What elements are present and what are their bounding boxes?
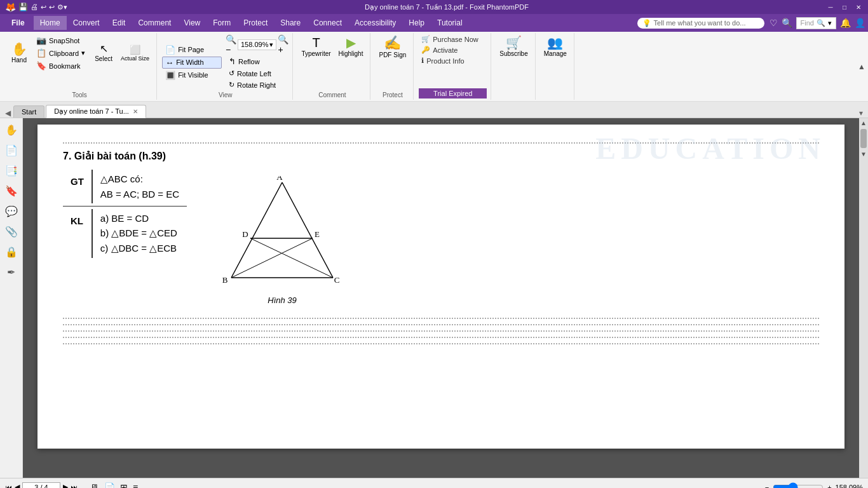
- hand-select-row: ✋ Hand 📷 SnapShot 📋 Clipboard ▾ 🔖 Bookma…: [6, 34, 153, 72]
- rotate-left-btn[interactable]: ↺ Rotate Left: [226, 68, 275, 79]
- tutorial-menu[interactable]: Tutorial: [431, 16, 469, 30]
- select-tool-btn[interactable]: ↖ Select: [91, 42, 116, 64]
- subscribe-btn[interactable]: 🛒 Subscribe: [496, 34, 531, 59]
- sidebar-bookmarks-btn[interactable]: 📑: [3, 161, 20, 179]
- highlight-btn[interactable]: ▶ Highlight: [336, 34, 367, 59]
- reflow-btn[interactable]: ↰ Reflow: [226, 55, 288, 67]
- fit-width-btn[interactable]: ↔ Fit Width: [162, 57, 222, 69]
- clipboard-dropdown[interactable]: ▾: [81, 49, 85, 57]
- nav-first-btn[interactable]: ⏮: [5, 484, 12, 489]
- fit-page-btn[interactable]: 📄 Fit Page: [162, 44, 222, 56]
- gt-label: GT: [63, 170, 92, 203]
- select-group-col: 📷 SnapShot 📋 Clipboard ▾ 🔖 Bookmark: [33, 34, 88, 72]
- nav-next-btn[interactable]: ▶: [63, 483, 68, 488]
- connect-menu[interactable]: Connect: [307, 16, 348, 30]
- view-row: 📄 Fit Page ↔ Fit Width 🔳 Fit Visible 🔍− …: [162, 34, 288, 90]
- find-dropdown-icon[interactable]: ▾: [828, 19, 832, 27]
- view-grid-btn[interactable]: ⊞: [120, 482, 128, 489]
- pdf-sign-icon: ✍: [384, 36, 401, 50]
- accessibility-menu[interactable]: Accessibility: [348, 16, 402, 30]
- find-box[interactable]: Find 🔍 ▾: [796, 17, 836, 29]
- tab-document[interactable]: Dạy online toán 7 - Tu... ✕: [46, 105, 146, 118]
- main-area: ✋ 📄 📑 🔖 💬 📎 🔒 ✒ EDUCATION 7. Giải bài to…: [0, 118, 868, 478]
- view-page-btn[interactable]: 📄: [104, 482, 115, 489]
- edit-menu[interactable]: Edit: [106, 16, 132, 30]
- svg-line-1: [282, 182, 333, 278]
- comment-group: T Typewriter ▶ Highlight Comment: [294, 33, 370, 100]
- protect-menu[interactable]: Protect: [237, 16, 274, 30]
- purchase-now-btn[interactable]: 🛒 Purchase Now: [419, 34, 487, 44]
- scroll-up-arrow[interactable]: ▲: [859, 118, 868, 128]
- conclusion-c: c) △DBC = △ECB: [100, 243, 179, 254]
- undo-btn[interactable]: ↩: [41, 3, 46, 11]
- share-menu[interactable]: Share: [274, 16, 307, 30]
- convert-menu[interactable]: Convert: [67, 16, 106, 30]
- ribbon-collapse-btn[interactable]: ▲: [858, 62, 865, 71]
- pdf-sign-btn[interactable]: ✍ PDF Sign: [376, 34, 409, 60]
- sidebar-security-btn[interactable]: 🔒: [3, 243, 20, 261]
- app-icon: 🦊: [5, 2, 16, 12]
- zoom-out-status-btn[interactable]: −: [765, 484, 769, 489]
- quick-save[interactable]: 💾: [18, 3, 28, 11]
- snapshot-btn[interactable]: 📷 SnapShot: [33, 34, 88, 46]
- vertical-scrollbar[interactable]: ▲ ▼: [859, 118, 868, 478]
- fit-visible-btn[interactable]: 🔳 Fit Visible: [162, 69, 222, 81]
- sidebar-comments-btn[interactable]: 💬: [3, 202, 20, 220]
- typewriter-btn[interactable]: T Typewriter: [298, 34, 334, 59]
- file-menu[interactable]: File: [3, 16, 34, 30]
- actual-size-btn[interactable]: ⬜ Actual Size: [118, 43, 153, 64]
- settings-icon[interactable]: ⚙▾: [57, 3, 67, 11]
- hand-tool-btn[interactable]: ✋ Hand: [6, 41, 32, 65]
- clipboard-btn[interactable]: 📋 Clipboard ▾: [33, 47, 88, 59]
- sidebar-attachments-btn[interactable]: 📎: [3, 222, 20, 240]
- maximize-btn[interactable]: □: [840, 3, 849, 11]
- manage-btn[interactable]: 👥 Manage: [541, 34, 570, 59]
- quick-print[interactable]: 🖨: [31, 3, 38, 11]
- zoom-in-icon[interactable]: 🔍+: [278, 34, 288, 55]
- zoom-dropdown-icon[interactable]: ▾: [269, 41, 273, 49]
- view-single-btn[interactable]: 🖥: [90, 482, 99, 489]
- view-list-btn[interactable]: ≡: [133, 482, 138, 489]
- notify-icon[interactable]: 🔔: [840, 18, 851, 28]
- user-icon[interactable]: 👤: [855, 18, 865, 28]
- scroll-thumb[interactable]: [860, 129, 867, 148]
- zoom-out-icon[interactable]: 🔍−: [226, 34, 236, 55]
- nav-last-btn[interactable]: ⏭: [71, 484, 78, 489]
- titlebar-left-icons: 🦊 💾 🖨 ↩ ↩ ⚙▾: [5, 2, 67, 12]
- tab-prev-btn[interactable]: ◀: [5, 109, 11, 118]
- sidebar-pages-btn[interactable]: 📄: [3, 141, 20, 159]
- trial-expired-banner: Trial Expired: [419, 88, 487, 98]
- tab-start[interactable]: Start: [13, 105, 44, 118]
- close-btn[interactable]: ✕: [854, 3, 863, 11]
- vertex-e-label: E: [315, 229, 320, 239]
- dotted-separator-4: [63, 337, 819, 338]
- statusbar: ⏮ ◀ ▶ ⏭ 🖥 📄 ⊞ ≡ − + 158.09%: [0, 478, 868, 488]
- zoom-box[interactable]: 158.09% ▾: [238, 39, 276, 50]
- svg-line-4: [231, 238, 313, 278]
- product-info-btn[interactable]: ℹ Product Info: [419, 56, 487, 65]
- activate-btn[interactable]: 🔑 Activate: [419, 45, 487, 55]
- tab-expand-btn[interactable]: ▾: [859, 109, 863, 118]
- given-content: △ABC có: AB = AC; BD = EC: [92, 170, 187, 203]
- tell-me-box[interactable]: 💡 Tell me what you want to do...: [637, 18, 764, 29]
- comment-menu[interactable]: Comment: [132, 16, 177, 30]
- zoom-in-status-btn[interactable]: +: [827, 484, 831, 489]
- sidebar-sign-btn[interactable]: ✒: [3, 263, 20, 281]
- redo-btn[interactable]: ↩: [49, 3, 55, 11]
- sidebar-hand-btn[interactable]: ✋: [3, 121, 20, 139]
- sidebar-layers-btn[interactable]: 🔖: [3, 182, 20, 200]
- form-menu[interactable]: Form: [207, 16, 237, 30]
- rotate-right-btn[interactable]: ↻ Rotate Right: [226, 79, 279, 90]
- scroll-down-arrow[interactable]: ▼: [859, 149, 868, 159]
- home-menu[interactable]: Home: [34, 16, 67, 30]
- help-menu[interactable]: Help: [402, 16, 431, 30]
- minimize-btn[interactable]: ─: [826, 3, 835, 11]
- nav-prev-btn[interactable]: ◀: [15, 483, 20, 488]
- bookmark-btn[interactable]: 🔖 Bookmark: [33, 60, 88, 72]
- view-menu[interactable]: View: [177, 16, 207, 30]
- figure-caption: Hình 39: [268, 295, 297, 305]
- figure-area: A B C D E Hình 39: [212, 170, 352, 305]
- page-input[interactable]: [22, 482, 60, 489]
- zoom-slider[interactable]: [773, 482, 824, 489]
- tab-close-btn[interactable]: ✕: [133, 108, 138, 115]
